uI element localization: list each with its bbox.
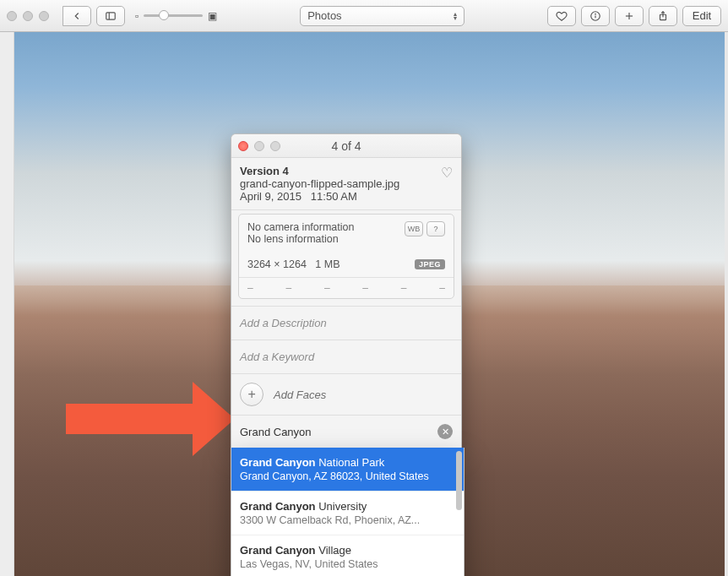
zoom-slider-group: ▫ ▣	[135, 10, 217, 22]
svg-point-4	[595, 14, 596, 14]
filesize-text: 1 MB	[315, 258, 340, 270]
annotation-arrow	[66, 382, 235, 456]
keyword-field[interactable]: Add a Keyword	[231, 340, 461, 373]
location-row: ✕	[231, 416, 461, 448]
left-gutter	[0, 32, 14, 576]
version-label: Version 4	[240, 165, 289, 177]
traffic-minimize[interactable]	[23, 11, 33, 21]
location-suggestion[interactable]: Grand Canyon VillageLas Vegas, NV, Unite…	[231, 535, 464, 576]
format-badge: JPEG	[415, 259, 445, 269]
location-suggestions: Grand Canyon National ParkGrand Canyon, …	[231, 448, 465, 576]
favorite-heart-icon[interactable]: ♡	[441, 165, 453, 181]
share-button[interactable]	[649, 6, 677, 26]
suggestions-scrollbar[interactable]	[456, 451, 462, 576]
whitebalance-button[interactable]: WB	[405, 221, 423, 236]
add-faces-plus-icon[interactable]: +	[240, 383, 263, 406]
category-select[interactable]: Photos ▴▾	[300, 6, 465, 26]
panel-zoom-button[interactable]	[270, 141, 280, 151]
location-input[interactable]	[240, 426, 437, 438]
zoom-in-icon: ▣	[208, 10, 217, 22]
sidebar-toggle-button[interactable]	[96, 6, 125, 26]
clear-location-button[interactable]: ✕	[437, 424, 453, 439]
panel-traffic-lights	[238, 141, 280, 151]
zoom-slider[interactable]	[144, 14, 203, 17]
info-button[interactable]	[581, 6, 610, 26]
date-text: April 9, 2015	[240, 190, 302, 203]
edit-button-label: Edit	[693, 9, 711, 22]
add-faces-label: Add Faces	[274, 389, 326, 401]
svg-rect-0	[106, 12, 116, 19]
favorite-button[interactable]	[547, 6, 576, 26]
camera-info-text: No camera information	[247, 221, 354, 233]
panel-title-text: 4 of 4	[331, 139, 361, 153]
traffic-close[interactable]	[7, 11, 17, 21]
window-traffic-lights	[7, 11, 49, 21]
filename-text: grand-canyon-flipped-sample.jpg	[240, 177, 399, 190]
panel-titlebar[interactable]: 4 of 4	[231, 134, 461, 158]
panel-minimize-button[interactable]	[254, 141, 264, 151]
add-button[interactable]	[615, 6, 644, 26]
description-field[interactable]: Add a Description	[231, 307, 461, 340]
edit-button[interactable]: Edit	[682, 6, 721, 26]
exif-dash-row: – – – – – –	[239, 277, 454, 298]
chevron-updown-icon: ▴▾	[454, 12, 457, 20]
nav-back-forward	[62, 6, 91, 26]
info-panel: 4 of 4 Version 4 grand-canyon-flipped-sa…	[231, 133, 462, 448]
zoom-out-icon: ▫	[135, 10, 139, 22]
window-titlebar: ▫ ▣ Photos ▴▾ Edit	[0, 0, 728, 32]
help-button[interactable]: ?	[426, 221, 445, 236]
category-label: Photos	[307, 9, 341, 22]
time-text: 11:50 AM	[311, 190, 357, 203]
lens-info-text: No lens information	[247, 233, 354, 245]
location-suggestion[interactable]: Grand Canyon National ParkGrand Canyon, …	[231, 448, 464, 492]
version-section: Version 4 grand-canyon-flipped-sample.jp…	[231, 158, 461, 210]
right-tool-group: Edit	[547, 6, 721, 26]
back-button[interactable]	[62, 6, 91, 26]
traffic-zoom[interactable]	[39, 11, 49, 21]
add-faces-row[interactable]: + Add Faces	[231, 374, 461, 415]
metadata-box: No camera information No lens informatio…	[238, 214, 454, 299]
location-suggestion[interactable]: Grand Canyon University3300 W Camelback …	[231, 492, 464, 535]
dimensions-text: 3264 × 1264	[247, 258, 307, 270]
panel-close-button[interactable]	[238, 141, 248, 151]
